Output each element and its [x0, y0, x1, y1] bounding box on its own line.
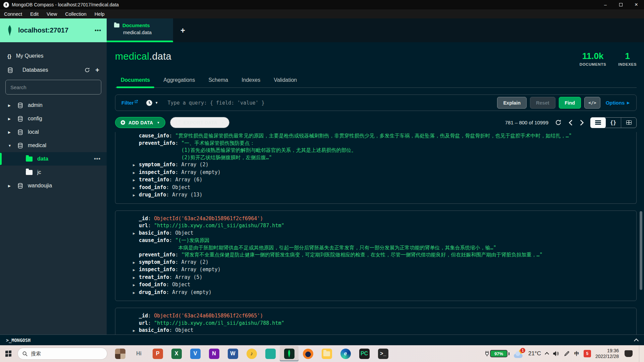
tab-indexes[interactable]: Indexes: [236, 74, 266, 87]
taskbar-app-hi-app[interactable]: Hi: [129, 346, 148, 361]
expand-field-icon[interactable]: ▶: [133, 177, 139, 184]
document-field-symptom_info[interactable]: ▶symptom_info: Array (2): [133, 259, 630, 266]
taskbar-app-edge[interactable]: e: [336, 346, 355, 361]
taskbar-app-file-explorer[interactable]: [317, 346, 336, 361]
expand-shell-icon[interactable]: [634, 338, 639, 343]
expand-field-icon[interactable]: ▶: [133, 289, 139, 297]
expand-field-icon[interactable]: ▶: [133, 327, 139, 335]
tab-validation[interactable]: Validation: [268, 74, 303, 87]
export-data-button[interactable]: EXPORT DATA▼: [170, 117, 230, 128]
sidebar-database-admin[interactable]: ▶admin: [0, 99, 107, 112]
document-field-prevent_info[interactable]: prevent_info: "肾发育不全重点保健是防止健康一侧的肾脏发生病变，可…: [133, 251, 630, 259]
volume-icon[interactable]: [553, 351, 559, 357]
weather-widget[interactable]: 1: [514, 349, 524, 358]
taskbar-app-photo-thumbnail[interactable]: [111, 346, 129, 361]
query-code-toggle-button[interactable]: </>: [584, 97, 600, 109]
taskbar-app-terminal[interactable]: >_: [374, 346, 392, 361]
document-field-_id[interactable]: _id: ObjectId('63ac24a20b158961f2cf6964'…: [133, 215, 630, 223]
caret-right-icon[interactable]: ▶: [8, 184, 17, 188]
sidebar-collection-jc[interactable]: jc: [0, 166, 107, 179]
expand-field-icon[interactable]: ▶: [133, 192, 139, 199]
document-field-cause_info[interactable]: cause_info: "贯穿性损伤是输尿管损伤最常见的原因，主要是枪伤或锐器械…: [133, 132, 630, 140]
touch-keyboard-icon[interactable]: [625, 350, 633, 357]
sidebar-collection-data[interactable]: data•••: [0, 152, 107, 166]
battery-indicator[interactable]: 97%: [485, 350, 509, 357]
pen-icon[interactable]: [564, 351, 570, 357]
menu-view[interactable]: View: [43, 11, 61, 17]
document-field-drug_info[interactable]: ▶drug_info: Array (empty): [133, 289, 630, 297]
document-field-symptom_info[interactable]: ▶symptom_info: Array (2): [133, 161, 630, 169]
document-field-prevent_info[interactable]: prevent_info: "一、手术输尿管损伤预防要点：: [133, 140, 630, 147]
sidebar-database-config[interactable]: ▶config: [0, 112, 107, 125]
document-field-url[interactable]: url: "http://jib.xywy.com/il_sii/gaishu/…: [133, 222, 630, 230]
document-field-basic_info[interactable]: ▶basic_info: Object: [133, 230, 630, 237]
close-button[interactable]: ×: [629, 0, 644, 9]
taskbar-app-music-app[interactable]: ♪: [242, 346, 261, 361]
sidebar-item-databases[interactable]: Databases +: [0, 63, 107, 77]
menu-connect[interactable]: Connect: [0, 11, 26, 17]
taskbar-app-pycharm[interactable]: PC: [355, 346, 374, 361]
taskbar-app-video-app[interactable]: V: [186, 346, 205, 361]
menu-edit[interactable]: Edit: [26, 11, 43, 17]
taskbar-app-word[interactable]: W: [223, 346, 242, 361]
expand-field-icon[interactable]: ▶: [133, 266, 139, 274]
taskbar-app-powerpoint[interactable]: P: [148, 346, 167, 361]
explain-button[interactable]: Explain: [497, 97, 527, 109]
expand-field-icon[interactable]: ▶: [133, 282, 139, 289]
vertical-scrollbar[interactable]: [640, 211, 642, 290]
sidebar-search-input[interactable]: [5, 80, 101, 95]
taskbar-app-firefox[interactable]: [299, 346, 317, 361]
document-field-treat_info[interactable]: ▶treat_info: Array (5): [133, 274, 630, 282]
add-data-button[interactable]: ADD DATA▼: [115, 117, 165, 128]
previous-page-button[interactable]: [568, 120, 573, 125]
connection-header[interactable]: localhost:27017 •••: [0, 18, 107, 42]
json-view-toggle[interactable]: {}: [605, 118, 621, 128]
next-page-button[interactable]: [580, 120, 584, 125]
expand-field-icon[interactable]: ▶: [133, 169, 139, 177]
caret-down-icon[interactable]: ▼: [8, 144, 17, 147]
expand-field-icon[interactable]: ▶: [133, 230, 139, 237]
table-view-toggle[interactable]: [621, 118, 636, 128]
caret-right-icon[interactable]: ▶: [8, 104, 17, 107]
tray-app-icon[interactable]: 5: [584, 350, 591, 357]
reset-button[interactable]: Reset: [530, 97, 555, 109]
query-input[interactable]: Type a query: { field: 'value' }: [168, 100, 265, 106]
document-field-url[interactable]: url: "http://jib.xywy.com/il_sii/gaishu/…: [133, 320, 630, 327]
refresh-documents-button[interactable]: [555, 119, 561, 126]
document-card[interactable]: _id: ObjectId('63ac24a20b158961f2cf6964'…: [115, 210, 637, 301]
show-desktop-button[interactable]: [639, 345, 641, 362]
temperature-label[interactable]: 21°C: [528, 350, 541, 357]
document-card[interactable]: cause_info: "贯穿性损伤是输尿管损伤最常见的原因，主要是枪伤或锐器械…: [115, 132, 637, 204]
taskbar-app-mongodb-compass[interactable]: [280, 346, 299, 361]
tab-schema[interactable]: Schema: [203, 74, 234, 87]
tab-documents-medical-data[interactable]: Documents medical.data: [107, 18, 173, 42]
new-tab-button[interactable]: +: [173, 18, 193, 42]
clock[interactable]: 19:36 2022/12/28: [595, 348, 619, 359]
minimize-button[interactable]: –: [598, 0, 613, 9]
ime-indicator[interactable]: 中: [574, 351, 579, 357]
query-history-icon[interactable]: [146, 100, 153, 106]
tray-overflow-chevron-icon[interactable]: [545, 352, 549, 356]
document-field-_id[interactable]: _id: ObjectId('63ac24a60b158961f2cf6965'…: [133, 312, 630, 320]
sidebar-database-local[interactable]: ▶local: [0, 125, 107, 139]
taskbar-app-onenote[interactable]: N: [205, 346, 223, 361]
document-field-inspect_info[interactable]: ▶inspect_info: Array (empty): [133, 169, 630, 177]
sidebar-item-my-queries[interactable]: {} My Queries: [0, 49, 107, 63]
document-field-cause_info[interactable]: cause_info: "(一)发病原因: [133, 237, 630, 244]
document-field-drug_info[interactable]: ▶drug_info: Array (13): [133, 191, 630, 199]
taskbar-search[interactable]: 搜索: [17, 348, 107, 360]
sidebar-database-medical[interactable]: ▼medical: [0, 139, 107, 152]
menu-collection[interactable]: Collection: [61, 11, 91, 17]
document-field-inspect_info[interactable]: ▶inspect_info: Array (empty): [133, 266, 630, 274]
taskbar-app-green-app[interactable]: [261, 346, 280, 361]
caret-right-icon[interactable]: ▶: [8, 117, 17, 121]
collection-options-button[interactable]: •••: [94, 156, 101, 162]
tab-documents[interactable]: Documents: [115, 74, 156, 87]
taskbar-app-excel[interactable]: X: [167, 346, 186, 361]
document-field-treat_info[interactable]: ▶treat_info: Array (6): [133, 176, 630, 184]
refresh-databases-icon[interactable]: [85, 67, 90, 73]
history-caret-icon[interactable]: ▼: [155, 101, 158, 105]
find-button[interactable]: Find: [559, 97, 581, 109]
expand-field-icon[interactable]: ▶: [133, 184, 139, 192]
expand-field-icon[interactable]: ▶: [133, 162, 139, 169]
